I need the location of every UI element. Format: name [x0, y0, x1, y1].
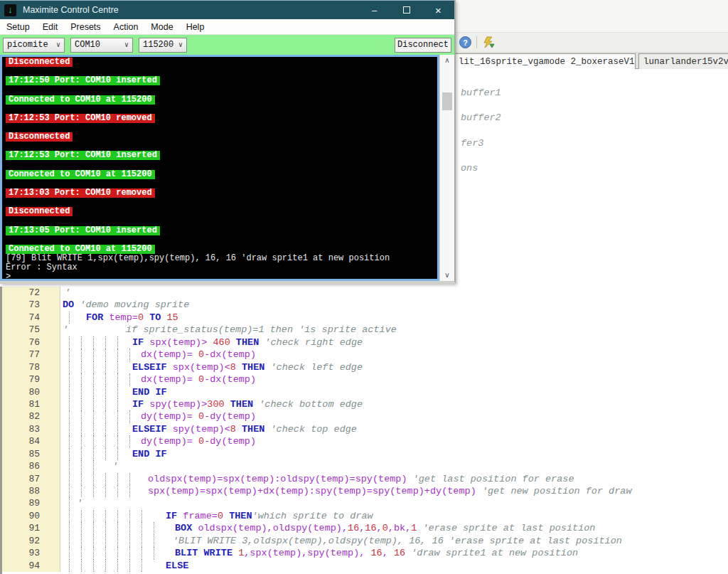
code-line: 90IF frame=0 THEN'which sprite to draw	[2, 510, 728, 522]
indent-guide	[141, 560, 142, 572]
menu-item-edit[interactable]: Edit	[36, 22, 65, 32]
scrollbar-track[interactable]	[440, 66, 454, 270]
device-dropdown[interactable]: picomite ∨	[3, 38, 65, 53]
indent-guide	[93, 336, 94, 349]
menu-item-presets[interactable]: Presets	[64, 22, 107, 32]
line-number: 86	[2, 460, 60, 472]
code-text: dx(temp)= 0-dx(temp)	[60, 349, 728, 361]
close-button[interactable]: ×	[422, 1, 454, 19]
indent-guide	[105, 361, 106, 373]
run-program-icon[interactable]	[482, 36, 495, 52]
indent-guide	[81, 510, 82, 522]
editor-code-pane[interactable]: 72'73DO 'demo moving sprite74FOR temp=0 …	[0, 287, 728, 574]
indent-guide	[141, 510, 142, 522]
line-number: 94	[2, 560, 60, 572]
terminal-console[interactable]: Disconnected17:12:50 Port: COM10 inserte…	[0, 55, 439, 281]
status-badge: 17:12:50 Port: COM10 inserted	[6, 76, 160, 85]
indent-guide	[69, 535, 70, 547]
line-number: 84	[2, 435, 60, 447]
indent-guide	[93, 522, 94, 534]
menu-item-mode[interactable]: Mode	[144, 22, 179, 32]
indent-guide	[69, 510, 70, 522]
terminal-line: 17:12:50 Port: COM10 inserted	[2, 76, 437, 85]
status-badge: Disconnected	[6, 132, 73, 142]
code-tokens: END IF	[132, 386, 167, 398]
line-number: 73	[2, 299, 60, 311]
code-tokens: dy(temp)= 0-dy(temp)	[141, 410, 256, 422]
minimize-button[interactable]: –	[358, 1, 390, 19]
code-line: 89'	[2, 497, 728, 509]
terminal-line	[2, 235, 437, 245]
code-text: END IF	[60, 448, 728, 460]
baud-dropdown[interactable]: 115200 ∨	[139, 38, 187, 53]
indent-guide	[93, 361, 94, 373]
indent-guide	[93, 410, 94, 422]
code-text: oldspx(temp)=spx(temp):oldspy(temp)=spy(…	[60, 473, 728, 485]
tab-active[interactable]: lit_16sprite_vgamode 2_boxeraseV1.bas×	[454, 53, 636, 69]
indent-guide	[117, 560, 118, 572]
menu-item-action[interactable]: Action	[107, 22, 145, 32]
terminal-scrollbar[interactable]: ∧ ∨	[439, 55, 454, 281]
indent-guide	[93, 547, 94, 559]
disconnect-button[interactable]: Disconnect	[395, 38, 451, 53]
menu-item-setup[interactable]: Setup	[0, 22, 36, 32]
title-bar[interactable]: ↓ Maximite Control Centre – ×	[0, 0, 454, 19]
terminal-line: >	[2, 272, 437, 281]
tab-label: lunarlander15v2vga.	[643, 57, 728, 67]
indent-guide	[129, 485, 130, 497]
line-number: 77	[2, 349, 60, 361]
indent-guide	[154, 535, 154, 547]
help-icon[interactable]: ?	[459, 36, 471, 48]
indent-guide	[69, 560, 70, 572]
indent-guide	[117, 535, 118, 547]
line-number: 80	[2, 386, 60, 398]
status-badge: Connected to COM10 at 115200	[6, 95, 155, 105]
maximize-button[interactable]	[390, 1, 422, 19]
code-line: 72'	[2, 287, 728, 299]
tab-inactive[interactable]: lunarlander15v2vga.	[638, 53, 728, 69]
code-text: '	[60, 287, 728, 299]
terminal-line	[2, 161, 437, 170]
status-badge: 17:13:05 Port: COM10 inserted	[6, 226, 160, 235]
line-number: 90	[2, 510, 60, 522]
indent-guide	[93, 560, 94, 572]
code-comment-fragment: fer3	[461, 138, 483, 149]
menu-item-help[interactable]: Help	[180, 22, 211, 32]
line-number: 78	[2, 361, 60, 373]
indent-guide	[117, 473, 118, 485]
line-number: 89	[2, 497, 60, 509]
indent-guide	[117, 386, 118, 398]
line-number: 88	[2, 485, 60, 497]
indent-guide	[129, 473, 130, 485]
code-text: ELSEIF spy(temp)<8 THEN 'check top edge	[60, 423, 728, 435]
status-badge: 17:12:53 Port: COM10 inserted	[6, 151, 160, 160]
terminal-line: 17:12:53 Port: COM10 inserted	[2, 151, 437, 160]
indent-guide	[69, 410, 70, 422]
indent-guide	[81, 423, 82, 435]
indent-guide	[81, 522, 82, 534]
indent-guide	[129, 535, 130, 547]
indent-guide	[81, 485, 82, 497]
code-text: dx(temp)= 0-dx(temp)	[60, 373, 728, 386]
scroll-down-icon[interactable]: ∨	[444, 270, 449, 281]
code-text: ELSE	[60, 560, 728, 572]
indent-guide	[81, 349, 82, 361]
line-number: 91	[2, 522, 60, 534]
code-text: spx(temp)=spx(temp)+dx(temp):spy(temp)=s…	[60, 485, 728, 497]
indent-guide	[81, 361, 82, 373]
port-dropdown[interactable]: COM10 ∨	[70, 38, 133, 53]
code-line: 77dx(temp)= 0-dx(temp)	[2, 349, 728, 361]
terminal-line	[2, 179, 437, 188]
code-tokens: BLIT WRITE 1,spx(temp),spy(temp), 16, 16…	[175, 547, 578, 559]
indent-guide	[81, 410, 82, 422]
indent-guide	[105, 386, 106, 398]
indent-guide	[105, 510, 106, 522]
indent-guide	[69, 448, 70, 460]
indent-guide	[117, 410, 118, 422]
code-tokens: ' if sprite_status(temp)=1 then 'is spri…	[63, 324, 397, 336]
indent-guide	[117, 373, 118, 386]
status-badge: Disconnected	[6, 58, 73, 67]
scroll-up-icon[interactable]: ∧	[444, 55, 449, 66]
indent-guide	[69, 386, 70, 398]
scrollbar-thumb[interactable]	[442, 92, 452, 110]
